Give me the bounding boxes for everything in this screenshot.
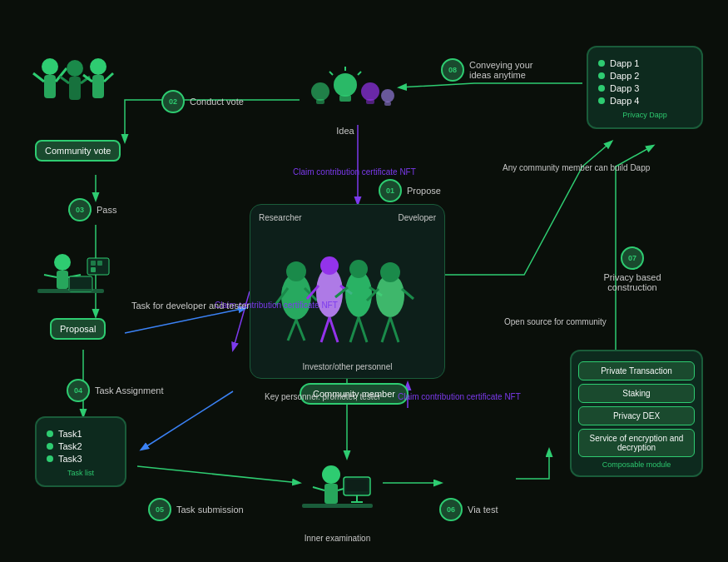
idea-label: Idea [291,126,399,136]
svg-line-27 [358,72,361,75]
task-1: Task1 [47,429,115,439]
dapp-3: Dapp 3 [598,83,691,93]
any-community: Any community member can build Dapp [503,162,650,174]
task-list-label: Task list [47,469,115,477]
key-personnel: Key personnel: promoter, tester [265,391,381,403]
private-transaction: Private Transaction [578,361,695,380]
svg-line-9 [329,317,338,342]
svg-line-20 [382,317,390,342]
open-source: Open source for community [504,316,607,328]
svg-rect-40 [69,77,81,100]
svg-line-49 [44,275,57,277]
svg-rect-32 [366,99,374,104]
svg-line-21 [390,317,399,342]
svg-rect-48 [57,271,68,289]
step-02: 02 Conduct vote [161,90,244,113]
svg-line-41 [60,77,69,83]
svg-point-58 [322,465,340,484]
svg-point-24 [334,73,357,97]
svg-line-46 [104,73,113,82]
task-3: Task3 [47,454,115,464]
task-2: Task2 [47,441,115,451]
svg-rect-30 [316,99,324,104]
svg-point-29 [311,82,329,101]
researcher-label: Researcher [259,213,302,222]
investor-label: Investor/other personnel [303,362,393,371]
step-05: 05 Task submission [148,498,244,521]
proposal-badge: Proposal [50,318,106,340]
svg-line-28 [329,72,333,75]
privacy-dex: Privacy DEX [578,406,695,425]
svg-line-2 [288,320,296,341]
step-04: 04 Task Assignment [67,379,164,402]
svg-rect-25 [339,95,351,102]
svg-rect-66 [302,504,373,508]
svg-point-31 [361,82,379,101]
step-03: 03 Pass [68,198,116,221]
proposal-figure [37,250,112,320]
service-encryption: Service of encryption and decryption [578,429,695,457]
composable-module-label: Composable module [578,460,695,469]
svg-line-14 [350,317,359,342]
svg-rect-34 [384,102,391,106]
step-07-label: Privacy basedconstruction [603,272,661,292]
privacy-dapp-label: Privacy Dapp [598,111,691,119]
svg-rect-63 [346,480,368,491]
svg-point-19 [380,262,400,282]
dapp-1: Dapp 1 [598,58,691,68]
svg-line-15 [359,317,367,342]
claim-nft-3: Claim contribution certificate NFT [398,391,521,402]
svg-point-13 [349,260,368,278]
claim-nft-2: Claim contribution certificate NFT [293,167,416,177]
svg-rect-56 [97,261,102,266]
svg-point-35 [42,58,58,75]
svg-point-39 [67,60,83,77]
svg-line-37 [33,73,44,82]
svg-point-33 [381,89,394,102]
svg-point-47 [54,254,71,271]
center-card: Researcher Developer [250,204,445,379]
step-06: 06 Via test [439,498,498,521]
svg-point-43 [90,58,106,75]
developer-label: Developer [398,213,436,222]
step-08: 08 Conveying yourideas anytime [441,58,532,82]
community-figures [25,50,116,137]
svg-line-8 [321,317,329,342]
svg-rect-53 [69,289,92,291]
dapp-2: Dapp 2 [598,71,691,81]
svg-rect-57 [91,267,96,272]
svg-rect-36 [44,75,56,98]
step-07: 07 Privacy basedconstruction [599,246,666,292]
idea-box: Idea [291,67,399,136]
task-for-dev: Task for developer and tester [131,300,250,312]
task-list-box: Task1 Task2 Task3 Task list [35,416,126,487]
svg-rect-55 [91,261,96,266]
svg-rect-59 [324,484,338,504]
dapp-4: Dapp 4 [598,96,691,106]
svg-line-3 [296,320,305,341]
svg-point-1 [286,261,306,281]
svg-line-60 [313,487,324,490]
community-vote-badge: Community vote [35,140,121,162]
inner-examination-figure: Inner examination [298,462,377,543]
step-01: 01 Propose [379,179,441,202]
svg-rect-44 [92,75,104,98]
dapp-box: Dapp 1 Dapp 2 Dapp 3 Dapp 4 Privacy Dapp [587,46,703,129]
svg-point-7 [320,256,339,275]
composable-module: Private Transaction Staking Privacy DEX … [570,350,703,477]
staking: Staking [578,384,695,403]
inner-examination-label: Inner examination [298,534,377,543]
